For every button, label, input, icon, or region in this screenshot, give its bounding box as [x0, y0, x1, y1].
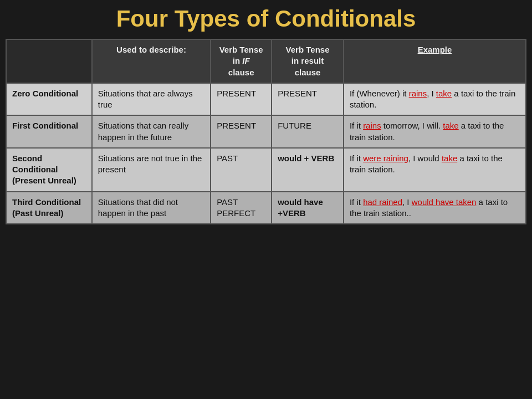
- table-row-second: Second Conditional (Present Unreal) Situ…: [6, 148, 526, 192]
- result-third-text: would have +VERB: [278, 197, 323, 218]
- table-wrapper: Used to describe: Verb Tense in IF claus…: [6, 39, 526, 224]
- result-tense-third: would have +VERB: [272, 192, 344, 224]
- type-second-label: Second Conditional (Present Unreal): [12, 154, 76, 186]
- type-zero: Zero Conditional: [6, 83, 92, 116]
- example-zero: If (Whenever) it rains, I take a taxi to…: [344, 83, 526, 116]
- type-zero-label: Zero Conditional: [12, 89, 78, 98]
- page-title: Four Types of Conditionals: [6, 6, 526, 32]
- desc-third: Situations that did not happen in the pa…: [92, 192, 211, 224]
- header-result-text: Verb Tensein resultclause: [286, 45, 330, 77]
- header-col-if: Verb Tense in IF clause: [211, 39, 272, 83]
- example-first-red2: take: [443, 121, 458, 130]
- header-col-describe: Used to describe:: [92, 39, 211, 83]
- result-tense-zero: PRESENT: [272, 83, 344, 116]
- example-second: If it were raining, I would take a taxi …: [344, 148, 526, 192]
- example-zero-red1: rains: [409, 89, 427, 98]
- table-row-zero: Zero Conditional Situations that are alw…: [6, 83, 526, 116]
- result-tense-second: would + VERB: [272, 148, 344, 192]
- if-tense-second: PAST: [211, 148, 272, 192]
- example-second-red1: were raining: [363, 154, 408, 163]
- table-header-row: Used to describe: Verb Tense in IF claus…: [6, 39, 526, 83]
- example-third-red1: had rained: [363, 197, 402, 207]
- type-first-label: First Conditional: [12, 121, 78, 130]
- example-third: If it had rained, I would have taken a t…: [344, 192, 526, 224]
- example-second-text: If it were raining, I would take a taxi …: [350, 154, 503, 174]
- result-second-text: would + VERB: [278, 154, 334, 163]
- table-row-third: Third Conditional (Past Unreal) Situatio…: [6, 192, 526, 224]
- if-tense-first: PRESENT: [211, 115, 272, 148]
- type-third-label: Third Conditional (Past Unreal): [12, 197, 81, 218]
- example-third-text: If it had rained, I would have taken a t…: [350, 197, 508, 218]
- header-col-empty: [6, 39, 92, 83]
- header-example-text: Example: [418, 45, 452, 54]
- header-col-example: Example: [344, 39, 526, 83]
- example-second-red2: take: [442, 154, 457, 163]
- header-col-result: Verb Tensein resultclause: [272, 39, 344, 83]
- example-zero-text: If (Whenever) it rains, I take a taxi to…: [350, 89, 515, 109]
- result-tense-first: FUTURE: [272, 115, 344, 148]
- example-third-red2: would have taken: [412, 197, 477, 207]
- conditionals-table: Used to describe: Verb Tense in IF claus…: [6, 39, 526, 224]
- if-tense-third: PAST PERFECT: [211, 192, 272, 224]
- page: Four Types of Conditionals Used to descr…: [0, 0, 532, 399]
- type-second: Second Conditional (Present Unreal): [6, 148, 92, 192]
- example-zero-red2: take: [436, 89, 452, 98]
- header-if-text: Verb Tense in IF clause: [219, 45, 263, 77]
- type-first: First Conditional: [6, 115, 92, 148]
- example-first: If it rains tomorrow, I will. take a tax…: [344, 115, 526, 148]
- desc-first: Situations that can really happen in the…: [92, 115, 211, 148]
- example-first-red1: rains: [363, 121, 381, 130]
- desc-zero: Situations that are always true: [92, 83, 211, 116]
- type-third: Third Conditional (Past Unreal): [6, 192, 92, 224]
- example-first-text: If it rains tomorrow, I will. take a tax…: [350, 121, 504, 141]
- desc-second: Situations are not true in the present: [92, 148, 211, 192]
- if-tense-zero: PRESENT: [211, 83, 272, 116]
- table-row-first: First Conditional Situations that can re…: [6, 115, 526, 148]
